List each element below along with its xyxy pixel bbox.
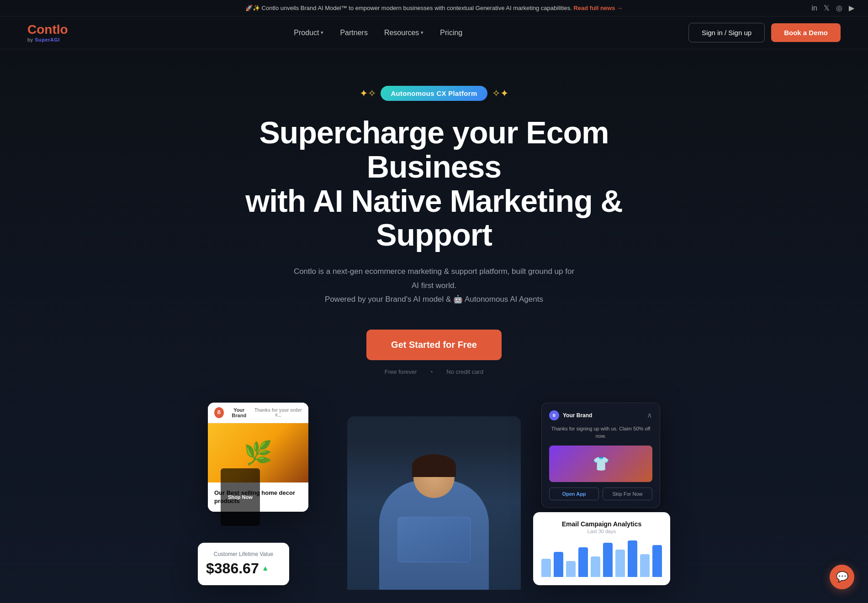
- announcement-text: 🚀✨ Contlo unveils Brand AI Model™ to emp…: [245, 5, 572, 11]
- navbar: Contlo by SuperAGI Product ▾ Partners Re…: [0, 16, 868, 49]
- hero-person-image: [347, 416, 521, 590]
- push-brand-name: Your Brand: [563, 412, 592, 419]
- resources-chevron-icon: ▾: [421, 30, 423, 36]
- signin-button[interactable]: Sign in / Sign up: [688, 23, 765, 42]
- sparkle-left-icon: ✦✧: [360, 88, 376, 100]
- push-body-text: Thanks for signing up with us. Claim 50%…: [549, 425, 652, 440]
- nav-item-partners[interactable]: Partners: [340, 29, 367, 37]
- push-brand-icon: B: [549, 410, 559, 420]
- chat-button[interactable]: 💬: [830, 565, 854, 589]
- hero-images: B Your Brand Thanks for your order #... …: [183, 403, 685, 585]
- meta-free: Free forever: [385, 368, 417, 375]
- hero-subtitle: Contlo is a next-gen ecommerce marketing…: [292, 265, 576, 307]
- push-collapse-icon[interactable]: ∧: [647, 411, 652, 419]
- bar-6: [615, 550, 625, 577]
- meta-card: No credit card: [446, 368, 483, 375]
- nav-item-pricing[interactable]: Pricing: [440, 29, 462, 37]
- nav-actions: Sign in / Sign up Book a Demo: [688, 23, 841, 42]
- youtube-icon[interactable]: ▶: [849, 4, 854, 12]
- push-card-header: B Your Brand ∧: [549, 410, 652, 420]
- cta-meta: Free forever • No credit card: [9, 368, 859, 375]
- logo-contlo: Contlo: [27, 23, 68, 37]
- product-brand-name: Your Brand: [228, 407, 251, 418]
- nav-item-product[interactable]: Product ▾: [294, 29, 323, 37]
- hero-section: ✦✧ Autonomous CX Platform ✧✦ Supercharge…: [0, 49, 868, 603]
- clv-card: Customer Lifetime Value $386.67 ▲: [198, 543, 289, 585]
- bar-3: [578, 547, 588, 577]
- bar-1: [554, 552, 563, 577]
- push-actions: Open App Skip For Now: [549, 488, 652, 500]
- announcement-link[interactable]: Read full news →: [573, 5, 623, 11]
- badge-pill: Autonomous CX Platform: [381, 86, 487, 101]
- instagram-icon[interactable]: ◎: [836, 4, 842, 12]
- bar-5: [603, 543, 613, 577]
- bar-2: [566, 561, 576, 577]
- product-chevron-icon: ▾: [321, 30, 323, 36]
- book-demo-button[interactable]: Book a Demo: [771, 23, 841, 42]
- meta-dot: •: [431, 368, 433, 375]
- platform-badge: ✦✧ Autonomous CX Platform ✧✦: [360, 86, 508, 101]
- logo-superagi: SuperAGI: [35, 37, 60, 42]
- push-notification-card: B Your Brand ∧ Thanks for signing up wit…: [541, 403, 660, 508]
- shop-now-button[interactable]: Shop Now: [221, 468, 260, 526]
- push-open-app-button[interactable]: Open App: [549, 488, 599, 500]
- clv-trend-icon: ▲: [262, 564, 269, 572]
- logo-byline: by SuperAGI: [27, 37, 68, 42]
- analytics-card: Email Campaign Analytics Last 30 days: [533, 512, 670, 585]
- product-notification-text: Thanks for your order #...: [254, 408, 302, 418]
- sparkle-right-icon: ✧✦: [492, 88, 508, 100]
- clv-label: Customer Lifetime Value: [206, 551, 281, 557]
- push-product-image: 👕: [549, 446, 652, 482]
- analytics-subtitle: Last 30 days: [541, 529, 662, 534]
- nav-links: Product ▾ Partners Resources ▾ Pricing: [294, 29, 462, 37]
- bar-9: [652, 545, 662, 577]
- get-started-button[interactable]: Get Started for Free: [366, 330, 502, 360]
- twitter-icon[interactable]: 𝕏: [824, 4, 830, 12]
- social-icons-container: in 𝕏 ◎ ▶: [812, 4, 854, 12]
- linkedin-icon[interactable]: in: [812, 4, 817, 12]
- analytics-title: Email Campaign Analytics: [541, 520, 662, 528]
- bar-8: [640, 554, 650, 577]
- hero-title: Supercharge your Ecom Business with AI N…: [228, 115, 640, 252]
- bar-7: [628, 540, 637, 577]
- nav-item-resources[interactable]: Resources ▾: [384, 29, 423, 37]
- logo[interactable]: Contlo by SuperAGI: [27, 23, 68, 42]
- chat-icon: 💬: [836, 571, 848, 583]
- bar-4: [591, 556, 600, 577]
- bar-0: [541, 559, 551, 577]
- push-skip-button[interactable]: Skip For Now: [603, 488, 652, 500]
- clv-value: $386.67 ▲: [206, 560, 281, 577]
- bar-chart: [541, 540, 662, 577]
- brand-icon-product: B: [214, 407, 224, 418]
- announcement-bar: 🚀✨ Contlo unveils Brand AI Model™ to emp…: [0, 0, 868, 16]
